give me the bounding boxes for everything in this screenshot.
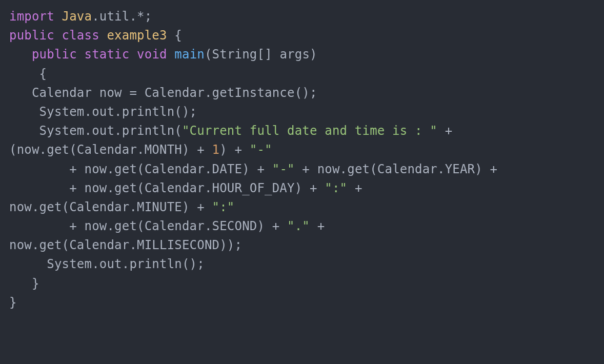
token-string: "." [287,219,310,233]
token-punct: } [9,295,17,310]
token-keyword: public [32,47,77,62]
token-ident: + now.get(Calendar.DATE) + [9,162,272,176]
token-punct [9,47,32,62]
token-ident: .util.*; [92,9,152,24]
code-line: now.get(Calendar.MILLISECOND)); [9,238,242,252]
token-punct [77,47,85,62]
token-string: "-" [272,162,295,176]
token-keyword: public [9,28,54,43]
code-line: (now.get(Calendar.MONTH) + 1) + "-" [9,143,272,157]
token-punct: { [9,67,47,81]
token-keyword: class [62,28,99,43]
token-funcname: main [174,47,205,62]
code-line: import Java.util.*; [9,9,152,24]
token-ident: System.out.println(); [9,105,197,119]
token-string: ":" [325,181,347,195]
token-string: "-" [250,143,272,157]
token-classname: Java [62,9,92,24]
token-ident: (now.get(Calendar.MONTH) + [9,143,212,157]
code-line: System.out.println("Current full date an… [9,124,460,138]
code-line: + now.get(Calendar.HOUR_OF_DAY) + ":" + [9,181,370,195]
token-keyword: import [9,9,54,24]
token-ident: + now.get(Calendar.YEAR) + [295,162,505,176]
code-line: { [9,67,47,81]
token-punct [54,28,62,43]
token-number: 1 [212,143,220,157]
code-line: + now.get(Calendar.DATE) + "-" + now.get… [9,162,505,176]
code-editor[interactable]: import Java.util.*; public class example… [0,0,604,319]
code-line: + now.get(Calendar.SECOND) + "." + [9,219,332,233]
code-line: } [9,276,39,291]
token-ident: System.out.println(); [9,257,205,271]
code-block: import Java.util.*; public class example… [9,9,505,310]
code-line: public class example3 { [9,28,182,43]
token-punct [54,9,62,24]
code-line: public static void main(String[] args) [9,47,317,62]
token-string: ":" [212,200,235,214]
code-line: } [9,295,17,310]
code-line: System.out.println(); [9,105,197,119]
code-line: now.get(Calendar.MINUTE) + ":" [9,200,234,214]
token-classname: example3 [107,28,167,43]
token-ident: + now.get(Calendar.SECOND) + [9,219,287,233]
code-line: System.out.println(); [9,257,205,271]
token-ident: + [347,181,370,195]
token-ident: now.get(Calendar.MILLISECOND)); [9,238,242,252]
token-punct [129,47,137,62]
token-punct: { [167,28,182,43]
token-keyword: void [137,47,167,62]
token-ident: + now.get(Calendar.HOUR_OF_DAY) + [9,181,325,195]
token-ident: now.get(Calendar.MINUTE) + [9,200,212,214]
token-keyword: static [85,47,130,62]
code-line: Calendar now = Calendar.getInstance(); [9,86,317,100]
token-punct: } [9,276,39,291]
token-ident: (String[] args) [205,47,317,62]
token-ident: ) + [219,143,250,157]
token-ident: + [437,124,460,138]
token-string: "Current full date and time is : " [182,124,437,138]
token-punct [99,28,107,43]
token-ident: Calendar now = Calendar.getInstance(); [9,86,317,100]
token-ident: + [310,219,332,233]
token-punct [167,47,175,62]
token-ident: System.out.println( [9,124,182,138]
